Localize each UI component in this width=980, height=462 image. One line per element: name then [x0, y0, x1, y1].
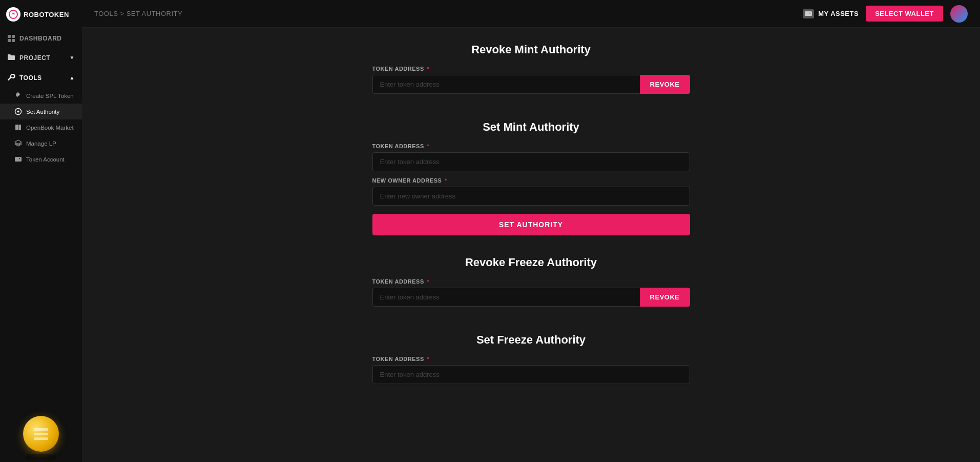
set-mint-required-1: * — [427, 143, 429, 149]
set-freeze-section: Set Freeze Authority TOKEN ADDRESS * — [372, 333, 690, 390]
dashboard-label: DASHBOARD — [19, 35, 62, 42]
token-account-label: Token Account — [26, 156, 65, 163]
header: TOOLS > SET AUTHORITY MY ASSETS SELECT W… — [82, 0, 980, 28]
breadcrumb-tools: TOOLS — [94, 10, 118, 17]
tools-label: TOOLS — [19, 74, 42, 82]
svg-rect-9 — [805, 11, 812, 16]
logo: ROBOTOKEN — [0, 0, 82, 29]
sidebar-item-tools[interactable]: TOOLS ▲ — [0, 68, 82, 88]
layers-icon — [14, 139, 22, 147]
openbook-label: OpenBook Market — [26, 125, 74, 131]
set-mint-owner-input[interactable] — [372, 187, 690, 206]
svg-rect-3 — [8, 39, 11, 42]
content: Revoke Mint Authority TOKEN ADDRESS * RE… — [82, 28, 980, 462]
breadcrumb: TOOLS > SET AUTHORITY — [94, 10, 182, 17]
sidebar-item-project[interactable]: PROJECT ▼ — [0, 48, 82, 68]
avatar — [950, 5, 968, 23]
revoke-mint-title: Revoke Mint Authority — [471, 43, 591, 56]
set-mint-address-label: TOKEN ADDRESS * — [372, 143, 690, 149]
revoke-freeze-title: Revoke Freeze Authority — [465, 256, 597, 269]
sidebar-item-dashboard[interactable]: DASHBOARD — [0, 29, 82, 48]
tools-arrow-icon: ▲ — [70, 75, 75, 81]
tools-icon — [7, 73, 15, 83]
svg-point-5 — [18, 94, 19, 95]
set-mint-inner: TOKEN ADDRESS * NEW OWNER ADDRESS * SET … — [372, 143, 690, 235]
sidebar-coin — [20, 416, 61, 457]
breadcrumb-current: SET AUTHORITY — [127, 10, 183, 17]
sidebar-sub-token-account[interactable]: Token Account — [0, 151, 82, 167]
svg-rect-1 — [8, 35, 11, 38]
revoke-freeze-required: * — [427, 278, 429, 285]
grid-icon — [7, 34, 15, 43]
set-mint-title: Set Mint Authority — [483, 120, 579, 134]
set-freeze-inner: TOKEN ADDRESS * — [372, 356, 690, 390]
revoke-mint-inner: TOKEN ADDRESS * REVOKE — [372, 66, 690, 100]
sidebar-sub-manage-lp[interactable]: Manage LP — [0, 135, 82, 151]
folder-icon — [7, 53, 15, 63]
my-assets-label: MY ASSETS — [818, 10, 859, 17]
circle-settings-icon — [14, 108, 22, 115]
sidebar-sub-create-spl[interactable]: Create SPL Token — [0, 88, 82, 104]
set-mint-section: Set Mint Authority TOKEN ADDRESS * NEW O… — [372, 120, 690, 235]
revoke-mint-button[interactable]: REVOKE — [640, 75, 690, 94]
revoke-mint-required: * — [427, 66, 429, 72]
sidebar-sub-openbook[interactable]: OpenBook Market — [0, 119, 82, 135]
set-freeze-title: Set Freeze Authority — [476, 333, 586, 347]
svg-rect-8 — [15, 157, 22, 162]
set-mint-required-2: * — [445, 177, 447, 184]
svg-point-7 — [17, 111, 19, 113]
manage-lp-label: Manage LP — [26, 140, 56, 147]
set-authority-label: Set Authority — [26, 109, 59, 115]
set-mint-address-input[interactable] — [372, 152, 690, 171]
set-freeze-required: * — [427, 356, 429, 362]
revoke-mint-address-input[interactable] — [372, 75, 640, 94]
wallet-header-icon — [803, 9, 814, 18]
wallet-icon — [14, 155, 22, 163]
revoke-freeze-address-input[interactable] — [372, 288, 640, 307]
set-mint-owner-label: NEW OWNER ADDRESS * — [372, 177, 690, 184]
sidebar-sub-set-authority[interactable]: Set Authority — [0, 104, 82, 119]
my-assets-button[interactable]: MY ASSETS — [803, 9, 859, 18]
set-mint-authority-button[interactable]: SET AUTHORITY — [372, 214, 690, 235]
set-freeze-address-label: TOKEN ADDRESS * — [372, 356, 690, 362]
book-icon — [14, 124, 22, 131]
revoke-freeze-button[interactable]: REVOKE — [640, 288, 690, 307]
select-wallet-button[interactable]: SELECT WALLET — [866, 6, 943, 22]
logo-icon — [6, 7, 20, 22]
project-arrow-icon: ▼ — [70, 55, 75, 61]
revoke-mint-section: Revoke Mint Authority TOKEN ADDRESS * RE… — [372, 43, 690, 100]
revoke-freeze-inner: TOKEN ADDRESS * REVOKE — [372, 278, 690, 313]
main-wrap: TOOLS > SET AUTHORITY MY ASSETS SELECT W… — [82, 0, 980, 462]
svg-rect-2 — [12, 35, 15, 38]
create-spl-label: Create SPL Token — [26, 93, 74, 99]
project-label: PROJECT — [19, 54, 50, 62]
logo-text: ROBOTOKEN — [24, 11, 69, 18]
revoke-mint-address-label: TOKEN ADDRESS * — [372, 66, 690, 72]
rocket-icon — [14, 92, 22, 99]
revoke-mint-input-row: REVOKE — [372, 75, 690, 94]
revoke-freeze-input-row: REVOKE — [372, 288, 690, 307]
svg-rect-4 — [12, 39, 15, 42]
breadcrumb-sep: > — [118, 10, 126, 17]
sidebar: ROBOTOKEN DASHBOARD PROJECT ▼ TOOLS ▲ — [0, 0, 82, 462]
header-right: MY ASSETS SELECT WALLET — [803, 5, 968, 23]
set-freeze-address-input[interactable] — [372, 365, 690, 384]
revoke-freeze-section: Revoke Freeze Authority TOKEN ADDRESS * … — [372, 256, 690, 313]
revoke-freeze-address-label: TOKEN ADDRESS * — [372, 278, 690, 285]
